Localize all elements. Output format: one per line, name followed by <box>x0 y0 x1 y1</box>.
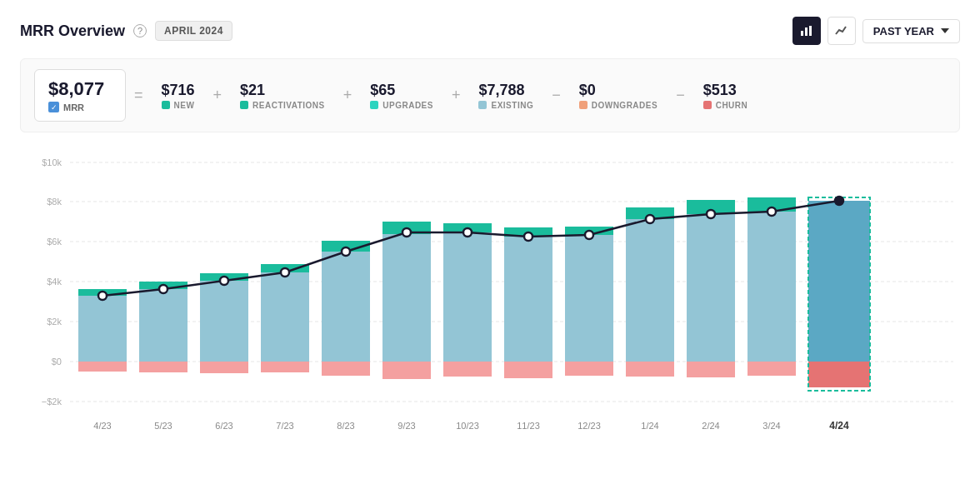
bar-neg-9 <box>565 362 613 376</box>
bar-neg-6 <box>382 362 431 379</box>
help-icon[interactable]: ? <box>133 24 147 37</box>
line-dot-3 <box>220 277 228 285</box>
churn-metric: $513 CHURN <box>693 82 758 110</box>
svg-text:$6k: $6k <box>47 237 62 247</box>
bar-neg-4 <box>261 362 309 372</box>
period-select[interactable]: PAST YEAR <box>862 19 960 43</box>
mrr-label: MRR <box>63 102 84 112</box>
svg-text:$8k: $8k <box>47 197 62 207</box>
bar-existing-9 <box>565 235 613 362</box>
bar-existing-3 <box>200 281 248 362</box>
bar-existing-4 <box>261 272 309 362</box>
x-label-1: 4/23 <box>93 421 111 431</box>
new-metric: $716 NEW <box>152 82 205 110</box>
bar-existing-12 <box>748 212 796 362</box>
svg-rect-0 <box>801 31 803 36</box>
svg-text:$2k: $2k <box>47 317 62 327</box>
bar-chart-icon-btn[interactable] <box>792 17 821 45</box>
header: MRR Overview ? APRIL 2024 PAST YEAR <box>20 17 960 45</box>
line-chart-icon-btn[interactable] <box>828 17 856 45</box>
mrr-label-row: MRR <box>48 102 84 112</box>
bar-neg-11 <box>687 362 735 377</box>
op-plus1: + <box>205 87 231 104</box>
upgrades-metric: $65 UPGRADES <box>360 82 443 110</box>
churn-dot <box>703 101 712 109</box>
existing-metric: $7,788 EXISTING <box>468 82 543 110</box>
bar-existing-6 <box>382 234 431 362</box>
new-label: NEW <box>174 101 195 110</box>
mrr-metric: $8,077 MRR <box>34 69 126 122</box>
reactivations-metric: $21 REACTIVATIONS <box>230 82 335 110</box>
bar-neg-8 <box>504 362 552 378</box>
line-dot-12 <box>768 207 776 216</box>
upgrades-label: UPGRADES <box>382 101 433 110</box>
chart-area: $10k $8k $6k $4k $2k $0 −$2k <box>20 146 960 446</box>
svg-text:$4k: $4k <box>47 277 62 287</box>
bar-neg-1 <box>78 362 127 372</box>
line-dot-11 <box>707 210 715 218</box>
bar-neg-5 <box>322 362 370 376</box>
line-dot-2 <box>159 285 168 293</box>
bar-neg-12 <box>748 362 796 376</box>
bar-existing-10 <box>626 219 674 362</box>
reactivations-value: $21 <box>240 82 265 99</box>
page-container: MRR Overview ? APRIL 2024 PAST YEAR <box>0 0 980 499</box>
x-label-8: 11/23 <box>517 421 540 431</box>
x-label-13: 4/24 <box>829 420 849 432</box>
x-label-12: 3/24 <box>762 421 780 431</box>
upgrades-dot <box>370 101 378 109</box>
line-dot-4 <box>281 268 289 277</box>
reactivations-dot <box>240 101 248 109</box>
reactivations-label: REACTIVATIONS <box>252 101 325 110</box>
header-right: PAST YEAR <box>792 17 960 45</box>
line-dot-8 <box>524 232 532 241</box>
x-label-11: 2/24 <box>702 421 719 431</box>
x-label-10: 1/24 <box>641 421 658 431</box>
mrr-checkbox[interactable] <box>48 102 59 112</box>
metrics-row: $8,077 MRR = $716 NEW + $21 REACTIVATION… <box>20 58 960 132</box>
bar-neg-13 <box>808 362 870 387</box>
svg-rect-1 <box>805 27 808 36</box>
downgrades-value: $0 <box>579 82 596 99</box>
bar-existing-5 <box>322 252 370 362</box>
x-label-4: 7/23 <box>276 421 293 431</box>
upgrades-value: $65 <box>370 82 395 99</box>
svg-text:$10k: $10k <box>42 157 62 167</box>
bar-existing-2 <box>139 289 188 362</box>
line-dot-1 <box>98 292 107 300</box>
line-dot-5 <box>342 247 350 256</box>
op-equals: = <box>126 87 152 104</box>
date-badge: APRIL 2024 <box>155 21 232 41</box>
existing-value: $7,788 <box>478 82 524 99</box>
svg-rect-2 <box>809 26 812 36</box>
bar-neg-7 <box>443 362 492 377</box>
bar-existing-8 <box>504 237 552 362</box>
bar-existing-11 <box>687 214 735 362</box>
op-minus2: − <box>668 87 693 104</box>
downgrades-dot <box>579 101 588 109</box>
existing-label: EXISTING <box>491 101 533 110</box>
page-title: MRR Overview <box>20 22 125 40</box>
new-dot <box>162 101 170 109</box>
line-dot-6 <box>402 228 411 237</box>
x-label-5: 8/23 <box>337 421 354 431</box>
x-label-7: 10/23 <box>456 421 479 431</box>
op-plus2: + <box>335 87 361 104</box>
x-label-2: 5/23 <box>154 421 172 431</box>
bar-existing-1 <box>78 296 127 362</box>
downgrades-metric: $0 DOWNGRADES <box>569 82 668 110</box>
bar-existing-7 <box>443 232 492 362</box>
mrr-value: $8,077 <box>48 78 104 100</box>
period-label: PAST YEAR <box>873 25 934 37</box>
churn-value: $513 <box>703 82 737 99</box>
bar-existing-13[interactable] <box>808 201 870 362</box>
churn-label: CHURN <box>716 101 748 110</box>
existing-dot <box>478 101 487 109</box>
svg-text:$0: $0 <box>52 357 62 367</box>
svg-text:−$2k: −$2k <box>42 397 62 407</box>
x-label-9: 12/23 <box>578 421 601 431</box>
new-value: $716 <box>162 82 195 99</box>
bar-neg-2 <box>139 362 188 372</box>
bar-neg-10 <box>626 362 674 377</box>
line-dot-7 <box>463 228 472 237</box>
